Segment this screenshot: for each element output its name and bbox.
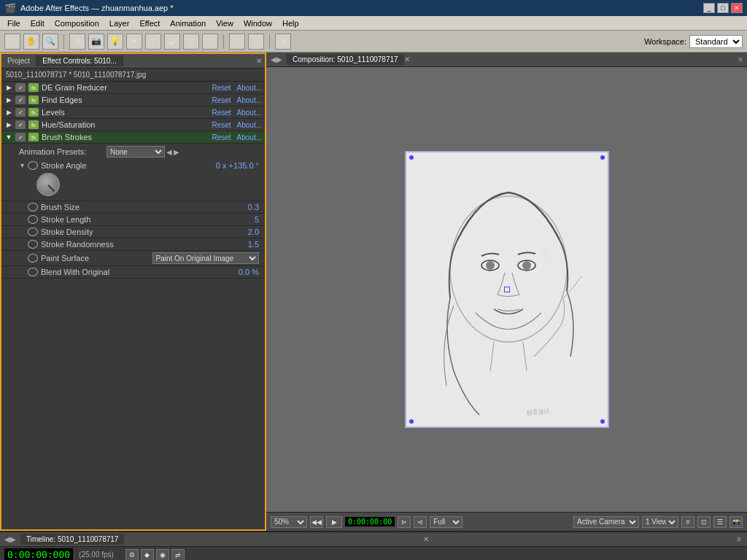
paint-surface-select[interactable]: Paint On Original Image (152, 252, 260, 264)
brush-strokes-checkbox[interactable]: ✓ (15, 133, 26, 141)
hue-sat-reset[interactable]: Reset (212, 121, 231, 129)
expand-find-edges[interactable]: ▶ (4, 96, 13, 104)
comp-close-btn[interactable]: ✕ (404, 55, 410, 63)
menu-window[interactable]: Window (239, 18, 276, 29)
timeline-timecode[interactable]: 0:00:00:000 (4, 548, 73, 560)
toolbar-rotate[interactable]: ↺ (69, 34, 85, 50)
stroke-length-stopwatch[interactable] (28, 215, 38, 224)
effect-row-find-edges[interactable]: ▶ ✓ fx Find Edges Reset About... (1, 94, 265, 106)
anim-presets-next[interactable]: ▶ (174, 148, 179, 156)
tl-settings[interactable]: ⚙ (125, 549, 139, 561)
comp-set-out[interactable]: ⊲ (414, 516, 427, 528)
effect-row-brush-strokes[interactable]: ▼ ✓ fx Brush Strokes Reset About... (1, 131, 265, 144)
toolbar-light[interactable]: 💡 (107, 34, 123, 50)
stroke-angle-dial[interactable] (36, 173, 60, 196)
panel-close-btn[interactable]: ✕ (256, 57, 262, 65)
comp-play[interactable]: ▶ (326, 516, 342, 528)
tab-project[interactable]: Project (1, 55, 36, 66)
menu-help[interactable]: Help (278, 18, 303, 29)
comp-channel[interactable]: ☰ (713, 516, 727, 528)
stroke-randomness-value[interactable]: 1.5 (248, 240, 259, 249)
timeline-tab[interactable]: Timeline: 5010_1110078717 (20, 534, 124, 545)
effect-row-de-grain[interactable]: ▶ ✓ fx DE Grain Reducer Reset About... (1, 82, 265, 94)
expand-levels[interactable]: ▶ (4, 108, 13, 117)
levels-reset[interactable]: Reset (212, 109, 231, 117)
stroke-density-stopwatch[interactable] (28, 228, 38, 236)
tl-nav[interactable]: ◀▶ (0, 534, 20, 545)
comp-panel-nav[interactable]: ◀▶ (266, 54, 287, 65)
workspace-select[interactable]: Standard (689, 35, 743, 48)
tl-add-marker[interactable]: ◆ (141, 549, 154, 561)
comp-grid[interactable]: # (681, 516, 694, 528)
menu-effect[interactable]: Effect (135, 18, 164, 29)
maximize-button[interactable]: □ (717, 3, 729, 13)
menu-view[interactable]: View (212, 18, 238, 29)
find-edges-reset[interactable]: Reset (212, 96, 231, 104)
menu-file[interactable]: File (3, 18, 25, 29)
paint-surface-stopwatch[interactable] (28, 254, 38, 262)
toolbar-snap[interactable]: ⊞ (275, 34, 291, 50)
toolbar-text[interactable]: T (145, 34, 161, 50)
hue-sat-checkbox[interactable]: ✓ (15, 120, 26, 129)
toolbar-clone[interactable]: S (183, 34, 199, 50)
toolbar-select[interactable]: ↖ (4, 34, 20, 50)
menu-edit[interactable]: Edit (26, 18, 49, 29)
comp-quality-select[interactable]: Full Half Quarter (430, 516, 462, 528)
toolbar-hand[interactable]: ✋ (23, 34, 39, 50)
tl-solo[interactable]: ◉ (156, 549, 169, 561)
expand-de-grain[interactable]: ▶ (4, 83, 13, 92)
toolbar-zoom[interactable]: 🔍 (42, 34, 58, 50)
blend-stopwatch[interactable] (28, 268, 38, 276)
effect-row-hue-sat[interactable]: ▶ ✓ fx Hue/Saturation Reset About... (1, 119, 265, 131)
find-edges-checkbox[interactable]: ✓ (15, 96, 26, 104)
levels-checkbox[interactable]: ✓ (15, 108, 26, 117)
comp-safe[interactable]: ⊡ (697, 516, 711, 528)
close-button[interactable]: ✕ (731, 3, 743, 13)
levels-about[interactable]: About... (237, 109, 262, 117)
comp-timecode[interactable]: 0:00:00:00 (345, 517, 395, 526)
de-grain-checkbox[interactable]: ✓ (15, 83, 26, 92)
toolbar-camera[interactable]: 📷 (88, 34, 104, 50)
stroke-angle-stopwatch[interactable] (28, 161, 38, 170)
toolbar-eraser[interactable]: ◻ (202, 34, 218, 50)
anim-presets-prev[interactable]: ◀ (166, 148, 172, 156)
tl-panel-menu[interactable]: ≡ (731, 534, 747, 545)
comp-snapshot[interactable]: 📸 (729, 516, 743, 528)
blend-value[interactable]: 0.0 % (239, 268, 259, 276)
toolbar-pen[interactable]: ✒ (126, 34, 142, 50)
stroke-angle-value[interactable]: 0 x +135.0 ° (216, 161, 259, 170)
stroke-randomness-stopwatch[interactable] (28, 240, 38, 249)
comp-zoom-select[interactable]: 50% 100% 25% (271, 516, 307, 528)
stroke-density-value[interactable]: 2.0 (248, 228, 259, 236)
tl-close-btn[interactable]: ✕ (423, 535, 429, 543)
menu-composition[interactable]: Composition (50, 18, 104, 29)
comp-set-in[interactable]: ⊳ (398, 516, 411, 528)
expand-brush-strokes[interactable]: ▼ (4, 133, 13, 141)
comp-view-select[interactable]: Active Camera (573, 516, 639, 528)
comp-play-back[interactable]: ◀◀ (310, 516, 323, 528)
anim-presets-select[interactable]: None (107, 146, 165, 158)
menu-animation[interactable]: Animation (166, 18, 210, 29)
brush-strokes-about[interactable]: About... (237, 133, 262, 141)
find-edges-about[interactable]: About... (237, 96, 262, 104)
toolbar-nav2[interactable]: ⟩ (248, 34, 264, 50)
expand-hue-sat[interactable]: ▶ (4, 120, 13, 129)
tl-toggle-switch[interactable]: ⇌ (171, 549, 185, 561)
brush-size-stopwatch[interactable] (28, 203, 38, 211)
hue-sat-about[interactable]: About... (237, 121, 262, 129)
minimize-button[interactable]: _ (703, 3, 715, 13)
stroke-angle-expand[interactable]: ▼ (19, 162, 28, 169)
comp-panel-menu[interactable]: ≡ (734, 54, 747, 65)
toolbar-nav1[interactable]: ⟨ (229, 34, 245, 50)
comp-tab[interactable]: Composition: 5010_1110078717 (287, 54, 404, 65)
effect-row-levels[interactable]: ▶ ✓ fx Levels Reset About... (1, 106, 265, 119)
menu-layer[interactable]: Layer (105, 18, 134, 29)
brush-strokes-reset[interactable]: Reset (212, 133, 231, 141)
de-grain-reset[interactable]: Reset (212, 84, 231, 92)
comp-view-count-select[interactable]: 1 View (642, 516, 678, 528)
de-grain-about[interactable]: About... (237, 84, 262, 92)
toolbar-brush[interactable]: 🖌 (164, 34, 180, 50)
stroke-length-value[interactable]: 5 (255, 215, 259, 224)
brush-size-value[interactable]: 0.3 (248, 203, 259, 211)
tab-effect-controls[interactable]: Effect Controls: 5010... (36, 55, 123, 66)
